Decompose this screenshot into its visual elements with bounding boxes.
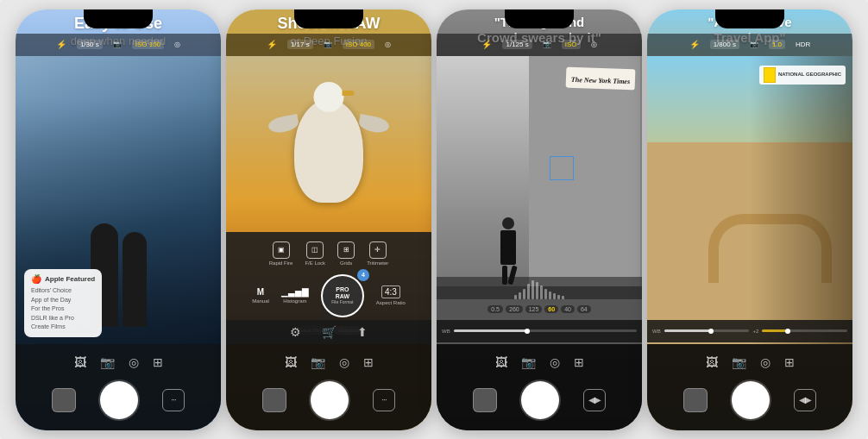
bottom-icon-wireless[interactable]: ◎ bbox=[129, 355, 139, 369]
apc-control[interactable]: 4:3 Aspect Ratio bbox=[376, 285, 406, 305]
fe-lock-icon: ◫ bbox=[306, 241, 324, 259]
photo-icon-3: 📷 bbox=[543, 41, 551, 48]
thumbnail-preview-3 bbox=[473, 388, 497, 412]
zoom-05[interactable]: 0.5 bbox=[487, 305, 503, 313]
iso-stat-2: ISO 400 bbox=[343, 40, 374, 49]
mode-icon-1[interactable]: ··· bbox=[162, 389, 185, 411]
camera-top-bar-4: ⚡ 1/800 s 📷 1.0 HDR bbox=[647, 34, 852, 56]
figure-2 bbox=[123, 232, 147, 327]
badge-item-1: Editors' Choice bbox=[31, 286, 95, 296]
shutter-row-4: ◀▶ bbox=[683, 381, 816, 419]
phone-notch-4 bbox=[715, 9, 784, 28]
camera-mode-icon-3[interactable]: 📷 bbox=[521, 355, 536, 369]
hist-bar-7 bbox=[540, 285, 543, 299]
mode-dots-4: ◀▶ bbox=[799, 395, 811, 405]
bw-head bbox=[502, 217, 514, 229]
gallery-icon-2[interactable]: 🖼 bbox=[285, 355, 297, 369]
bottom-icons-row-4: 🖼 📷 ◎ ⊞ bbox=[706, 355, 795, 369]
fe-lock-control[interactable]: ◫ F/E Lock bbox=[305, 241, 325, 266]
hist-bar-1 bbox=[514, 295, 517, 299]
photo-icon-1: 📷 bbox=[113, 41, 122, 48]
wireless-icon-4[interactable]: ◎ bbox=[760, 355, 771, 369]
manual-label: Manual bbox=[252, 298, 269, 304]
camera-bottom-1: 🖼 📷 ◎ ⊞ ··· bbox=[16, 344, 221, 430]
zoom-60[interactable]: 60 bbox=[544, 305, 558, 313]
slider-row-3: WB bbox=[437, 320, 642, 342]
slider-fill-4 bbox=[664, 329, 711, 332]
zoom-40[interactable]: 40 bbox=[561, 305, 575, 313]
shutter-row-1: ··· bbox=[52, 381, 185, 419]
bw-building bbox=[529, 56, 642, 286]
thumbnail-preview-2 bbox=[262, 388, 286, 412]
focus-box bbox=[550, 156, 574, 180]
phone-card-3: "The High-End Crowd swears by it" The Ne… bbox=[437, 9, 642, 430]
mode-icon-3[interactable]: ◀▶ bbox=[583, 389, 606, 411]
slider-track-3[interactable] bbox=[454, 329, 637, 332]
camera-mode-icon-4[interactable]: 📷 bbox=[732, 355, 746, 369]
manual-control[interactable]: M Manual bbox=[252, 287, 269, 304]
badge-item-2: App of the Day bbox=[31, 296, 95, 305]
natgeo-badge: NATIONAL GEOGRAPHIC bbox=[759, 66, 846, 85]
settings-row: ⚙ 🛒 ⬆ bbox=[226, 320, 431, 344]
photo-area-4 bbox=[647, 56, 852, 344]
badge-item-5: Create Films bbox=[31, 323, 95, 332]
grid-icon-2[interactable]: ⊞ bbox=[363, 355, 374, 369]
phone-notch-2 bbox=[294, 9, 363, 28]
mode-icon-4[interactable]: ◀▶ bbox=[794, 389, 816, 411]
cart-icon[interactable]: 🛒 bbox=[322, 325, 337, 339]
histogram-control[interactable]: ▁▃▅▇ Histogram bbox=[281, 287, 309, 304]
settings-icon[interactable]: ⚙ bbox=[290, 325, 301, 339]
shutter-button-1[interactable] bbox=[100, 381, 138, 419]
slider-label-4b: +2 bbox=[752, 329, 758, 334]
gallery-icon-4[interactable]: 🖼 bbox=[706, 355, 718, 369]
seagull-head bbox=[314, 82, 344, 112]
iso-stat-3: ISO bbox=[562, 40, 581, 49]
wireless-icon-3[interactable]: ◎ bbox=[550, 355, 560, 369]
photo-icon-4: 📷 bbox=[750, 41, 758, 48]
grids-control[interactable]: ⊞ Grids bbox=[337, 241, 355, 266]
pro-raw-wrapper: PRORAW File Format 4 bbox=[321, 274, 364, 317]
mode-icon-2[interactable]: ··· bbox=[373, 389, 395, 411]
nyt-badge: The New York Times bbox=[565, 66, 635, 90]
slider-row-4: WB +2 bbox=[647, 320, 852, 342]
bw-body bbox=[500, 230, 516, 265]
grids-label: Grids bbox=[340, 260, 352, 266]
shutter-button-4[interactable] bbox=[732, 381, 770, 419]
thumbnail-preview-4 bbox=[683, 388, 708, 412]
thumbnail-preview-1 bbox=[52, 388, 76, 412]
badge-item-3: For the Pros bbox=[31, 304, 95, 314]
file-format-badge: 4 bbox=[357, 269, 369, 281]
flash-icon-4: ⚡ bbox=[689, 40, 700, 49]
shutter-button-3[interactable] bbox=[521, 381, 559, 419]
natgeo-logo bbox=[764, 67, 776, 83]
zoom-125[interactable]: 125 bbox=[525, 305, 543, 313]
rapid-fire-control[interactable]: ▣ Rapid Fire bbox=[269, 241, 293, 266]
zoom-64[interactable]: 64 bbox=[577, 305, 591, 313]
wireless-icon-2[interactable]: ◎ bbox=[339, 355, 349, 369]
photo-icon-2: 📷 bbox=[324, 41, 332, 48]
tritimeter-control[interactable]: ✛ Tritimeter bbox=[367, 241, 388, 266]
phone-card-2: Shoot in RAW or Deep Fusion ⚡ 1/17 s 📷 I… bbox=[226, 9, 431, 430]
shutter-row-3: ◀▶ bbox=[473, 381, 606, 419]
grid-icon-4[interactable]: ⊞ bbox=[784, 355, 795, 369]
slider-thumb-3 bbox=[525, 329, 530, 334]
pro-raw-button[interactable]: PRORAW File Format bbox=[321, 274, 364, 317]
bottom-icons-row-1: 🖼 📷 ◎ ⊞ bbox=[74, 355, 163, 369]
hist-bar-12 bbox=[562, 296, 564, 299]
bottom-icon-gallery[interactable]: 🖼 bbox=[74, 355, 86, 369]
slider-track-4b[interactable] bbox=[762, 329, 847, 332]
shutter-button-2[interactable] bbox=[311, 381, 349, 419]
iso-stat-1: ISO 100 bbox=[132, 40, 164, 49]
iso-stat-4: 1.0 bbox=[769, 40, 785, 49]
zoom-1[interactable]: 260 bbox=[506, 305, 523, 313]
bottom-icon-camera-mode[interactable]: 📷 bbox=[100, 355, 115, 369]
bottom-icon-grid[interactable]: ⊞ bbox=[153, 355, 163, 369]
controls-row-1: ▣ Rapid Fire ◫ F/E Lock ⊞ Grids ✛ Tritim… bbox=[269, 241, 389, 266]
gallery-icon-3[interactable]: 🖼 bbox=[495, 355, 507, 369]
timer-icon-2: ◎ bbox=[385, 41, 391, 48]
camera-mode-icon-2[interactable]: 📷 bbox=[311, 355, 325, 369]
slider-track-4[interactable] bbox=[664, 329, 750, 332]
share-icon[interactable]: ⬆ bbox=[357, 325, 368, 339]
grid-icon-3[interactable]: ⊞ bbox=[574, 355, 584, 369]
camera-bottom-2: 🖼 📷 ◎ ⊞ ··· bbox=[226, 344, 431, 430]
